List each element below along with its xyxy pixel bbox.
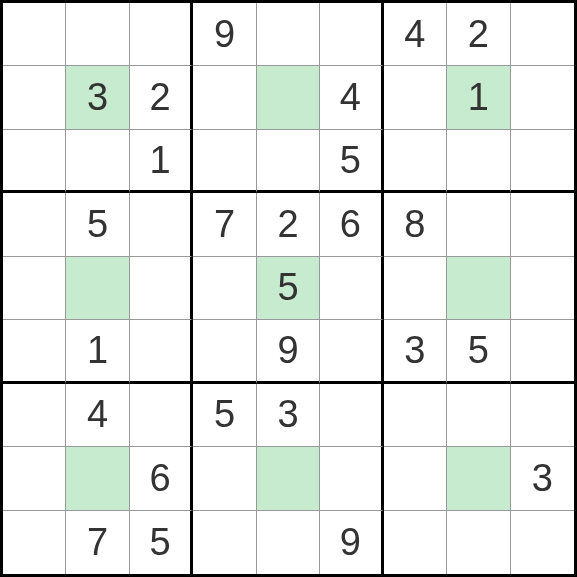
sudoku-cell[interactable] [130,257,193,320]
sudoku-cell[interactable] [320,447,383,510]
sudoku-cell[interactable]: 4 [384,3,447,66]
sudoku-cell[interactable]: 5 [320,130,383,193]
sudoku-cell[interactable] [66,130,129,193]
sudoku-row: 5 7 2 6 8 [3,193,574,256]
sudoku-cell[interactable] [384,384,447,447]
sudoku-cell[interactable] [320,320,383,383]
sudoku-cell[interactable] [3,384,66,447]
sudoku-cell-highlight[interactable]: 1 [447,66,510,129]
sudoku-cell[interactable]: 3 [257,384,320,447]
sudoku-cell[interactable] [3,320,66,383]
sudoku-row: 6 3 [3,447,574,510]
sudoku-row: 1 5 [3,130,574,193]
sudoku-cell[interactable] [130,3,193,66]
sudoku-cell[interactable] [511,320,574,383]
sudoku-cell[interactable]: 2 [257,193,320,256]
sudoku-cell[interactable] [3,193,66,256]
sudoku-cell[interactable] [193,511,256,574]
sudoku-cell[interactable]: 7 [193,193,256,256]
sudoku-cell[interactable] [511,384,574,447]
sudoku-row: 3 2 4 1 [3,66,574,129]
sudoku-cell[interactable] [511,257,574,320]
sudoku-cell[interactable]: 4 [320,66,383,129]
sudoku-cell[interactable] [66,3,129,66]
sudoku-cell[interactable] [3,511,66,574]
sudoku-cell[interactable] [3,257,66,320]
sudoku-cell[interactable] [257,511,320,574]
sudoku-cell[interactable]: 4 [66,384,129,447]
sudoku-cell[interactable]: 5 [193,384,256,447]
sudoku-cell[interactable] [384,447,447,510]
sudoku-cell[interactable] [447,384,510,447]
sudoku-cell[interactable] [193,66,256,129]
sudoku-cell[interactable] [447,130,510,193]
sudoku-cell[interactable]: 2 [130,66,193,129]
sudoku-cell[interactable] [130,320,193,383]
sudoku-cell[interactable]: 1 [130,130,193,193]
sudoku-cell[interactable] [320,257,383,320]
sudoku-cell[interactable]: 5 [130,511,193,574]
sudoku-cell[interactable] [320,3,383,66]
sudoku-cell[interactable] [511,193,574,256]
sudoku-cell[interactable] [511,130,574,193]
sudoku-row: 5 [3,257,574,320]
sudoku-cell[interactable]: 7 [66,511,129,574]
sudoku-row: 4 5 3 [3,384,574,447]
sudoku-cell-highlight[interactable] [257,66,320,129]
sudoku-cell[interactable] [384,66,447,129]
sudoku-cell[interactable] [511,511,574,574]
sudoku-cell-highlight[interactable] [447,257,510,320]
sudoku-cell[interactable] [3,130,66,193]
sudoku-cell[interactable]: 5 [66,193,129,256]
sudoku-row: 1 9 3 5 [3,320,574,383]
sudoku-cell[interactable]: 3 [511,447,574,510]
sudoku-cell[interactable]: 9 [193,3,256,66]
sudoku-cell-highlight[interactable] [447,447,510,510]
sudoku-cell[interactable]: 6 [320,193,383,256]
sudoku-cell[interactable] [193,320,256,383]
sudoku-cell-highlight[interactable]: 3 [66,66,129,129]
sudoku-cell[interactable]: 6 [130,447,193,510]
sudoku-cell[interactable]: 9 [257,320,320,383]
sudoku-cell[interactable] [130,193,193,256]
sudoku-cell[interactable] [3,66,66,129]
sudoku-cell[interactable] [193,257,256,320]
sudoku-cell[interactable]: 2 [447,3,510,66]
sudoku-board: 9 4 2 3 2 4 1 1 5 5 7 2 6 8 [0,0,577,577]
sudoku-cell[interactable] [3,3,66,66]
sudoku-cell[interactable] [193,130,256,193]
sudoku-row: 9 4 2 [3,3,574,66]
sudoku-cell-highlight[interactable] [66,447,129,510]
sudoku-cell-highlight[interactable] [66,257,129,320]
sudoku-cell[interactable] [384,511,447,574]
sudoku-row: 7 5 9 [3,511,574,574]
sudoku-cell[interactable] [447,193,510,256]
sudoku-cell[interactable] [320,384,383,447]
sudoku-cell[interactable] [511,3,574,66]
sudoku-cell[interactable] [130,384,193,447]
sudoku-cell[interactable] [447,511,510,574]
sudoku-cell[interactable]: 3 [384,320,447,383]
sudoku-cell[interactable] [193,447,256,510]
sudoku-cell-highlight[interactable]: 5 [257,257,320,320]
sudoku-cell[interactable] [3,447,66,510]
sudoku-cell[interactable]: 5 [447,320,510,383]
sudoku-cell[interactable] [257,130,320,193]
sudoku-cell[interactable] [257,3,320,66]
sudoku-cell[interactable]: 9 [320,511,383,574]
sudoku-cell[interactable] [384,130,447,193]
sudoku-cell[interactable] [511,66,574,129]
sudoku-cell[interactable]: 8 [384,193,447,256]
sudoku-cell[interactable]: 1 [66,320,129,383]
sudoku-cell[interactable] [384,257,447,320]
sudoku-cell-highlight[interactable] [257,447,320,510]
